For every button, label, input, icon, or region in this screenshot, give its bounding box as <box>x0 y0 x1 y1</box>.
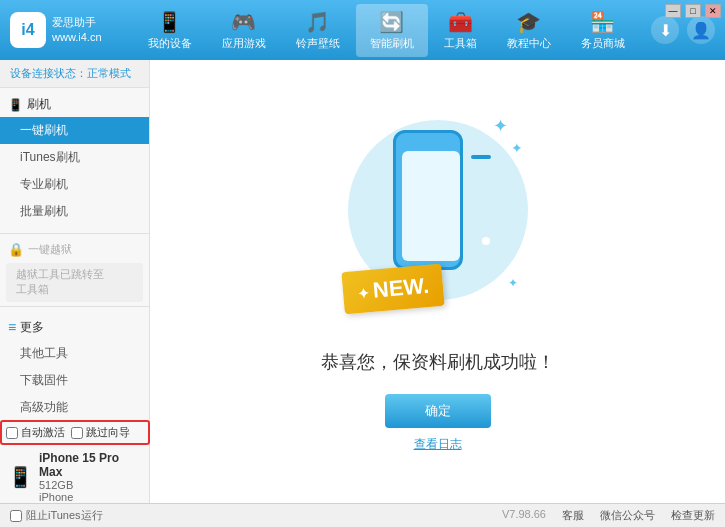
lock-icon: 🔒 <box>8 242 24 257</box>
main-layout: 设备连接状态：正常模式 📱 刷机 一键刷机 iTunes刷机 专业刷机 批量刷机… <box>0 60 725 503</box>
sidebar-divider-2 <box>0 306 149 307</box>
close-button[interactable]: ✕ <box>705 4 721 18</box>
nav-apps-games[interactable]: 🎮 应用游戏 <box>208 4 280 57</box>
device-storage: 512GB <box>39 479 142 491</box>
sidebar-item-other-tools[interactable]: 其他工具 <box>0 340 149 367</box>
sparkle-icon-1: ✦ <box>493 115 508 137</box>
phone-body <box>393 130 463 270</box>
more-section-icon: ≡ <box>8 319 16 335</box>
phone-home-button <box>482 237 490 245</box>
apps-icon: 🎮 <box>231 10 256 34</box>
more-section: ≡ 更多 其他工具 下载固件 高级功能 <box>0 311 149 425</box>
header-actions: ⬇ 👤 <box>651 16 715 44</box>
itunes-block-label: 阻止iTunes运行 <box>26 508 103 523</box>
services-icon: 🏪 <box>590 10 615 34</box>
sidebar-device-section: 自动激活 跳过向导 📱 iPhone 15 Pro Max 512GB iPho… <box>0 420 150 503</box>
minimize-button[interactable]: — <box>665 4 681 18</box>
auto-activate-input[interactable] <box>6 427 18 439</box>
logo-text: 爱思助手 www.i4.cn <box>52 15 102 46</box>
tutorial-icon: 🎓 <box>516 10 541 34</box>
sidebar: 设备连接状态：正常模式 📱 刷机 一键刷机 iTunes刷机 专业刷机 批量刷机… <box>0 60 150 503</box>
auto-options-row: 自动激活 跳过向导 <box>0 420 150 445</box>
view-log-link[interactable]: 查看日志 <box>414 436 462 453</box>
maximize-button[interactable]: □ <box>685 4 701 18</box>
jailbreak-disabled: 🔒 一键越狱 <box>0 238 149 261</box>
ringtone-icon: 🎵 <box>305 10 330 34</box>
success-message: 恭喜您，保资料刷机成功啦！ <box>321 350 555 374</box>
sidebar-item-pro-flash[interactable]: 专业刷机 <box>0 171 149 198</box>
auto-activate-checkbox[interactable]: 自动激活 <box>6 425 65 440</box>
sidebar-divider-1 <box>0 233 149 234</box>
device-details: iPhone 15 Pro Max 512GB iPhone <box>39 451 142 503</box>
footer-check-update[interactable]: 检查更新 <box>671 508 715 523</box>
sidebar-item-download-firmware[interactable]: 下载固件 <box>0 367 149 394</box>
main-content: NEW. ✦ ✦ ✦ 恭喜您，保资料刷机成功啦！ 确定 查看日志 <box>150 60 725 503</box>
new-badge: NEW. <box>341 264 444 315</box>
guide-export-checkbox[interactable]: 跳过向导 <box>71 425 130 440</box>
jailbreak-note: 越狱工具已跳转至 工具箱 <box>6 263 143 302</box>
sidebar-item-advanced[interactable]: 高级功能 <box>0 394 149 421</box>
device-type: iPhone <box>39 491 142 503</box>
sparkle-icon-3: ✦ <box>508 276 518 290</box>
device-name: iPhone 15 Pro Max <box>39 451 142 479</box>
connection-status: 设备连接状态：正常模式 <box>0 60 149 88</box>
phone-screen <box>402 151 460 261</box>
sidebar-item-batch-flash[interactable]: 批量刷机 <box>0 198 149 225</box>
app-footer: 阻止iTunes运行 V7.98.66 客服 微信公众号 检查更新 <box>0 503 725 527</box>
nav-tutorials[interactable]: 🎓 教程中心 <box>493 4 565 57</box>
version-label: V7.98.66 <box>502 508 546 523</box>
device-phone-icon: 📱 <box>8 465 33 489</box>
phone-graphic: NEW. ✦ ✦ ✦ <box>338 110 538 330</box>
footer-support[interactable]: 客服 <box>562 508 584 523</box>
sidebar-item-one-click-flash[interactable]: 一键刷机 <box>0 117 149 144</box>
flash-icon: 🔄 <box>379 10 404 34</box>
more-section-header: ≡ 更多 <box>0 315 149 340</box>
footer-right: V7.98.66 客服 微信公众号 检查更新 <box>502 508 715 523</box>
nav-my-device[interactable]: 📱 我的设备 <box>134 4 206 57</box>
nav-smart-flash[interactable]: 🔄 智能刷机 <box>356 4 428 57</box>
device-icon: 📱 <box>157 10 182 34</box>
sidebar-item-itunes-flash[interactable]: iTunes刷机 <box>0 144 149 171</box>
sparkle-icon-2: ✦ <box>511 140 523 156</box>
flash-section-icon: 📱 <box>8 98 23 112</box>
guide-export-input[interactable] <box>71 427 83 439</box>
device-info: 📱 iPhone 15 Pro Max 512GB iPhone <box>0 451 150 503</box>
logo-icon: i4 <box>10 12 46 48</box>
flash-section-header: 📱 刷机 <box>0 92 149 117</box>
nav-ringtones[interactable]: 🎵 铃声壁纸 <box>282 4 354 57</box>
itunes-block-checkbox[interactable] <box>10 510 22 522</box>
app-header: i4 爱思助手 www.i4.cn 📱 我的设备 🎮 应用游戏 🎵 铃声壁纸 🔄… <box>0 0 725 60</box>
footer-wechat[interactable]: 微信公众号 <box>600 508 655 523</box>
flash-section: 📱 刷机 一键刷机 iTunes刷机 专业刷机 批量刷机 <box>0 88 149 229</box>
user-button[interactable]: 👤 <box>687 16 715 44</box>
toolbox-icon: 🧰 <box>448 10 473 34</box>
footer-left: 阻止iTunes运行 <box>10 508 502 523</box>
nav-toolbox[interactable]: 🧰 工具箱 <box>430 4 491 57</box>
phone-speaker <box>471 155 491 159</box>
app-logo: i4 爱思助手 www.i4.cn <box>10 12 102 48</box>
download-button[interactable]: ⬇ <box>651 16 679 44</box>
confirm-button[interactable]: 确定 <box>385 394 491 428</box>
nav-services[interactable]: 🏪 务员商城 <box>567 4 639 57</box>
window-controls: — □ ✕ <box>665 4 721 18</box>
main-nav: 📱 我的设备 🎮 应用游戏 🎵 铃声壁纸 🔄 智能刷机 🧰 工具箱 🎓 教程中心… <box>122 4 651 57</box>
